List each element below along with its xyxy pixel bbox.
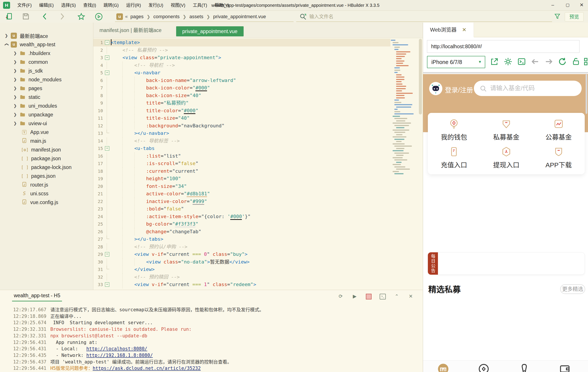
- fold-toggle-icon[interactable]: −: [103, 281, 111, 288]
- menu-3[interactable]: 选择(S): [57, 0, 80, 11]
- navigate-forward-button[interactable]: [58, 12, 67, 21]
- daily-notice-card[interactable]: 每日公告: [428, 252, 585, 275]
- browser-tab-close-icon[interactable]: ✕: [462, 22, 466, 37]
- menu-1[interactable]: 文件(F): [14, 0, 35, 11]
- tab-private-appointment-vue[interactable]: private_appointment.vue: [176, 26, 244, 36]
- breadcrumb-item[interactable]: assets: [189, 14, 203, 20]
- entry-app-download[interactable]: APP下载: [532, 146, 585, 171]
- nav-service[interactable]: 服务: [511, 363, 537, 372]
- qrcode-icon[interactable]: [583, 57, 588, 67]
- chevron-right-icon[interactable]: ❯: [13, 77, 18, 82]
- minimap[interactable]: [391, 39, 417, 290]
- fund-search-input[interactable]: [490, 85, 574, 92]
- menu-7[interactable]: 发行(U): [145, 0, 167, 11]
- fold-toggle-icon[interactable]: −: [103, 145, 111, 152]
- chevron-right-icon[interactable]: ❯: [13, 60, 18, 65]
- editor-scrollbar[interactable]: [419, 39, 422, 114]
- preview-button[interactable]: 预览: [565, 12, 584, 22]
- new-file-button[interactable]: [5, 12, 14, 21]
- log-link[interactable]: http://localhost:8080/: [86, 346, 147, 351]
- tree-item-pages.json[interactable]: [ ]pages.json: [0, 172, 93, 180]
- fund-search-box[interactable]: [474, 81, 582, 96]
- collapse-panel-icon[interactable]: ⌃: [393, 293, 400, 300]
- entry-fund-private[interactable]: 私募基金: [480, 119, 533, 143]
- save-button[interactable]: [22, 12, 31, 21]
- menu-8[interactable]: 视图(V): [167, 0, 189, 11]
- entry-withdraw[interactable]: 提现入口: [480, 146, 533, 171]
- entry-wallet[interactable]: 我的钱包: [428, 119, 480, 143]
- chevron-right-icon[interactable]: ❯: [13, 121, 18, 126]
- address-bar[interactable]: [427, 40, 579, 53]
- tree-item-package-lock.json[interactable]: [ ]package-lock.json: [0, 163, 93, 172]
- favorite-button[interactable]: [77, 12, 86, 21]
- fold-toggle-icon[interactable]: −: [103, 39, 111, 46]
- filter-icon[interactable]: [554, 13, 561, 21]
- log-link[interactable]: http://192.168.1.8:8080/: [86, 353, 153, 358]
- log-link[interactable]: https://ask.dcloud.net.cn/article/35232: [93, 366, 201, 371]
- menu-2[interactable]: 编辑(E): [35, 0, 58, 11]
- chevron-right-icon[interactable]: ❯: [13, 68, 18, 73]
- tree-item-package.json[interactable]: [ ]package.json: [0, 154, 93, 163]
- breadcrumb-item[interactable]: components: [153, 14, 180, 20]
- file-search-box[interactable]: [296, 12, 552, 22]
- devtools-terminal-icon[interactable]: [517, 57, 527, 67]
- preview-scrollbar[interactable]: [586, 74, 587, 114]
- browser-forward-icon[interactable]: [544, 57, 554, 67]
- tree-item-uni.scss[interactable]: Suni.scss: [0, 189, 93, 198]
- chevron-down-icon[interactable]: ❯: [4, 42, 9, 47]
- chevron-right-icon[interactable]: ❯: [13, 103, 18, 108]
- avatar[interactable]: [429, 82, 442, 95]
- breadcrumb-item[interactable]: private_appointment.vue: [213, 14, 266, 20]
- tree-item-wealth_app-test[interactable]: ❯uwealth_app-test: [0, 40, 93, 49]
- tree-item-static[interactable]: ❯static: [0, 93, 93, 101]
- menu-9[interactable]: 工具(T): [189, 0, 211, 11]
- tree-item-vue.config.js[interactable]: vue.config.js: [0, 198, 93, 207]
- tree-item-.hbuilderx[interactable]: ❯.hbuilderx: [0, 49, 93, 58]
- chevron-right-icon[interactable]: ❯: [13, 112, 18, 117]
- menu-4[interactable]: 查找(I): [80, 0, 100, 11]
- open-external-icon[interactable]: [490, 57, 500, 67]
- code-editor[interactable]: 1−<template>2<!-- 私募预约 -->3−<view class=…: [93, 39, 390, 290]
- minimize-button[interactable]: –: [546, 0, 559, 11]
- fold-toggle-icon[interactable]: −: [103, 251, 111, 258]
- run-button[interactable]: [95, 12, 103, 21]
- tree-item-common[interactable]: ❯common: [0, 58, 93, 66]
- browser-back-icon[interactable]: [531, 57, 540, 67]
- tree-item-router.js[interactable]: router.js: [0, 180, 93, 189]
- close-panel-icon[interactable]: ✕: [408, 293, 414, 300]
- entry-recharge[interactable]: 充值入口: [428, 146, 480, 171]
- gear-icon[interactable]: [504, 57, 513, 67]
- navigate-back-button[interactable]: [41, 12, 50, 21]
- tree-item-ace[interactable]: ❯u最新前端ace: [0, 31, 93, 40]
- chevron-right-icon[interactable]: ❯: [4, 33, 9, 38]
- fold-toggle-icon[interactable]: −: [103, 54, 111, 62]
- chevron-right-icon[interactable]: ❯: [13, 95, 18, 99]
- console-tab[interactable]: wealth_app-test - H5: [12, 293, 62, 301]
- browser-tab[interactable]: Web浏览器 ✕: [423, 22, 474, 37]
- tree-item-pages[interactable]: ❯pages: [0, 84, 93, 93]
- close-button[interactable]: ✕: [575, 0, 588, 11]
- clear-log-icon[interactable]: ⟳: [337, 293, 344, 300]
- url-input[interactable]: [431, 44, 576, 50]
- tree-item-uview-ui[interactable]: ❯uview-ui: [0, 119, 93, 128]
- tree-item-manifest.json[interactable]: [⚙]manifest.json: [0, 145, 93, 154]
- fold-toggle-icon[interactable]: −: [103, 69, 111, 77]
- chevron-right-icon[interactable]: ❯: [13, 51, 18, 56]
- lock-icon[interactable]: [572, 57, 581, 67]
- restart-icon[interactable]: ▶: [351, 293, 358, 300]
- menu-5[interactable]: 跳转(G): [100, 0, 123, 11]
- tree-item-main.js[interactable]: main.js: [0, 137, 93, 145]
- nav-product[interactable]: 产品: [471, 363, 497, 372]
- menu-6[interactable]: 运行(R): [123, 0, 145, 11]
- login-register-link[interactable]: 登录/注册: [445, 85, 473, 94]
- chevron-right-icon[interactable]: ❯: [13, 86, 18, 91]
- nav-home[interactable]: 首页: [430, 363, 456, 372]
- more-featured-button[interactable]: 更多精选: [560, 284, 585, 294]
- breadcrumb-item[interactable]: pages: [130, 14, 144, 20]
- tab-manifest-json[interactable]: manifest.json | 最新前端ace: [99, 22, 161, 38]
- collapse-crumb-icon[interactable]: «: [125, 14, 128, 20]
- tree-item-App.vue[interactable]: VApp.vue: [0, 128, 93, 137]
- terminal-icon[interactable]: >_: [379, 293, 386, 300]
- tree-item-unpackage[interactable]: ❯unpackage: [0, 110, 93, 119]
- maximize-button[interactable]: ▢: [561, 0, 574, 11]
